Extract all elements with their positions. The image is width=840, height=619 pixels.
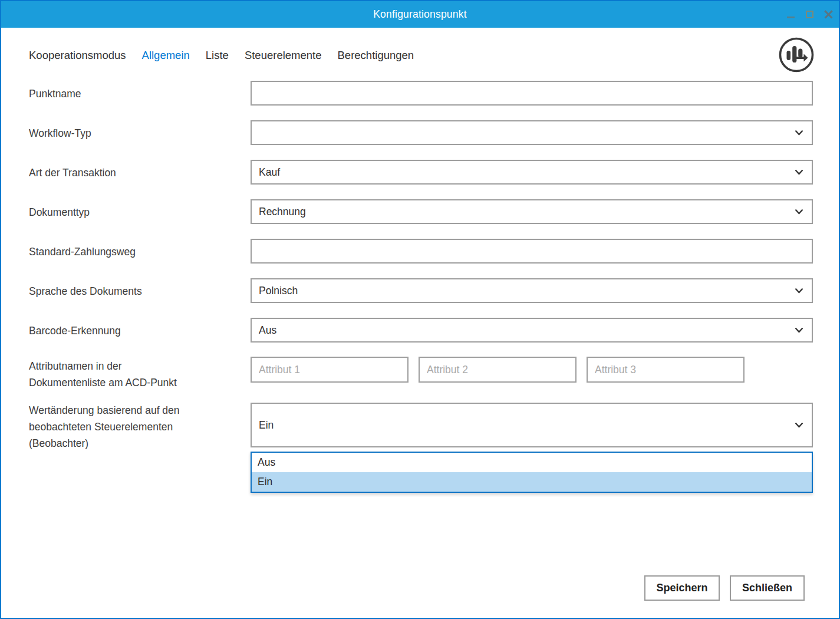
- dropdown-option-aus[interactable]: Aus: [252, 453, 812, 472]
- signal-bars-arrow-icon[interactable]: [777, 35, 816, 74]
- label-art-der-transaktion: Art der Transaktion: [29, 164, 247, 181]
- label-barcode-erkennung: Barcode-Erkennung: [29, 322, 247, 339]
- tab-bar: Kooperationsmodus Allgemein Liste Steuer…: [29, 48, 414, 63]
- dropdown-option-ein[interactable]: Ein: [252, 472, 812, 492]
- window-title: Konfigurationspunkt: [1, 1, 839, 28]
- chevron-down-icon: [795, 209, 803, 215]
- label-standard-zahlungsweg: Standard-Zahlungsweg: [29, 243, 247, 260]
- close-button[interactable]: Schließen: [730, 575, 805, 601]
- tab-liste[interactable]: Liste: [206, 48, 229, 63]
- window-controls: [786, 1, 833, 28]
- beobachter-select[interactable]: Ein: [251, 403, 813, 447]
- chevron-down-icon: [795, 288, 803, 294]
- tab-steuerelemente[interactable]: Steuerelemente: [245, 48, 322, 63]
- label-workflow-typ: Workflow-Typ: [29, 125, 247, 141]
- attribut-2-input[interactable]: [419, 357, 577, 383]
- label-beobachter: Wertänderung basierend auf den beobachte…: [29, 402, 247, 452]
- label-attributnamen: Attributnamen in der Dokumentenliste am …: [29, 358, 247, 391]
- chevron-down-icon: [795, 327, 803, 333]
- sprache-des-dokuments-select[interactable]: Polnisch: [251, 278, 813, 303]
- dialog-window: Konfigurationspunkt Kooperationsmodus Al…: [0, 0, 840, 619]
- label-sprache-des-dokuments: Sprache des Dokuments: [29, 283, 247, 299]
- art-der-transaktion-select[interactable]: Kauf: [251, 160, 813, 185]
- art-der-transaktion-value: Kauf: [259, 166, 280, 179]
- tab-berechtigungen[interactable]: Berechtigungen: [338, 48, 414, 63]
- maximize-icon[interactable]: [805, 10, 814, 19]
- sprache-des-dokuments-value: Polnisch: [259, 285, 298, 297]
- barcode-erkennung-value: Aus: [259, 324, 276, 337]
- save-button[interactable]: Speichern: [644, 575, 720, 601]
- beobachter-value: Ein: [259, 419, 274, 432]
- chevron-down-icon: [795, 130, 803, 136]
- barcode-erkennung-select[interactable]: Aus: [251, 318, 813, 343]
- tab-allgemein[interactable]: Allgemein: [142, 48, 190, 63]
- attribut-1-input[interactable]: [251, 357, 409, 383]
- tab-kooperationsmodus[interactable]: Kooperationsmodus: [29, 48, 126, 63]
- chevron-down-icon: [795, 422, 803, 428]
- label-punktname: Punktname: [29, 85, 247, 102]
- attribut-3-input[interactable]: [587, 357, 745, 383]
- punktname-input[interactable]: [251, 81, 813, 106]
- workflow-typ-select[interactable]: [251, 120, 813, 145]
- chevron-down-icon: [795, 169, 803, 175]
- label-dokumenttyp: Dokumenttyp: [29, 204, 247, 220]
- close-icon[interactable]: [823, 10, 833, 19]
- beobachter-dropdown-list: Aus Ein: [251, 452, 813, 493]
- titlebar: Konfigurationspunkt: [1, 1, 839, 28]
- minimize-icon[interactable]: [786, 10, 795, 19]
- dokumenttyp-select[interactable]: Rechnung: [251, 199, 813, 224]
- dokumenttyp-value: Rechnung: [259, 206, 306, 218]
- standard-zahlungsweg-input[interactable]: [251, 239, 813, 264]
